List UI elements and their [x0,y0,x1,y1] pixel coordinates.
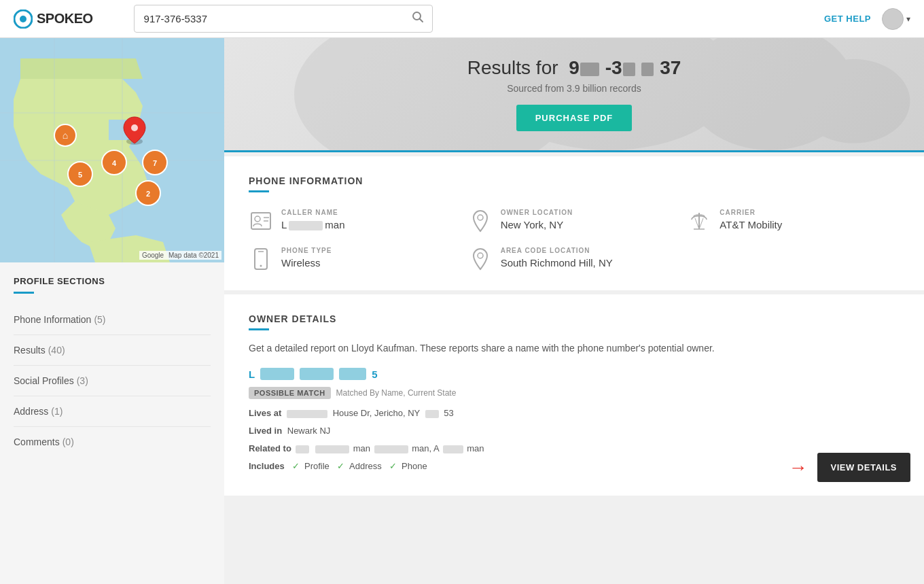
svg-line-3 [419,19,423,22]
sidebar-item-results[interactable]: Results (40) [14,335,211,366]
sidebar: 5 4 7 2 ⌂ Google Map data ©2021 [0,38,224,584]
sidebar-item-comments-label: Comments [14,436,60,447]
caller-name-suffix: man [325,219,344,230]
phone-info-underline [249,190,269,192]
owner-location-label: OWNER LOCATION [501,209,573,216]
match-source: Matched By Name, Current State [336,388,457,398]
related-suffix-3: man [467,443,484,453]
phone-blurred-3 [641,63,654,76]
area-code-value: South Richmond Hill, NY [501,257,613,269]
phone-type-item: PHONE TYPE Wireless [249,247,461,271]
sidebar-item-comments[interactable]: Comments (0) [14,427,211,457]
sidebar-item-address-label: Address [14,406,48,417]
mobile-icon [253,247,268,271]
get-help-link[interactable]: GET HELP [824,14,871,24]
svg-point-29 [478,215,483,220]
svg-text:5: 5 [78,171,82,179]
owner-location-item: OWNER LOCATION New York, NY [468,209,681,233]
map-data-label: Map data ©2021 [168,252,219,259]
profile-sections-title: PROFILE SECTIONS [14,276,211,286]
svg-point-37 [478,253,483,258]
owner-details-title: OWNER DETAILS [249,313,900,324]
sidebar-item-phone-label: Phone Information [14,314,91,325]
purchase-pdf-button[interactable]: PURCHASE PDF [516,105,633,131]
user-menu[interactable]: ▾ [882,8,910,30]
arrow-indicator: → [789,457,808,479]
phone-info-title: PHONE INFORMATION [249,175,900,186]
owner-name-initial: L [249,368,255,380]
related-label: Related to [249,443,291,453]
profile-sections: PROFILE SECTIONS Phone Information (5) R… [0,262,224,470]
header: spokeo GET HELP ▾ [0,0,924,38]
area-code-icon [468,247,493,271]
svg-point-26 [255,216,260,222]
svg-point-35 [260,265,262,267]
svg-text:7: 7 [153,159,157,167]
caller-name-item: CALLER NAME Lman [249,209,461,233]
related-blurred-4 [443,445,463,453]
google-label: Google [142,252,164,259]
phone-digit-last: 37 [660,57,681,78]
lives-at-street: House Dr, Jericho, NY [333,408,420,418]
sidebar-item-address[interactable]: Address (1) [14,396,211,427]
badge-row: POSSIBLE MATCH Matched By Name, Current … [249,387,900,399]
search-input[interactable] [135,7,404,30]
includes-check-profile: ✓ [292,461,300,471]
phone-dash-1: -3 [605,57,622,78]
sidebar-item-results-label: Results [14,345,46,356]
map-svg: 5 4 7 2 ⌂ [0,38,224,262]
logo[interactable]: spokeo [14,10,93,29]
owner-name-blurred-1 [260,368,294,380]
owner-details-section: OWNER DETAILS Get a detailed report on L… [224,294,924,496]
sidebar-item-phone-count: (5) [94,314,105,325]
sidebar-item-phone-information[interactable]: Phone Information (5) [14,305,211,335]
phone-type-value: Wireless [281,257,332,269]
caller-name-prefix: L [281,219,287,230]
carrier-label: CARRIER [719,209,782,216]
carrier-icon [687,209,711,233]
lives-at-row: Lives at House Dr, Jericho, NY 53 [249,406,900,421]
possible-match-badge: POSSIBLE MATCH [249,387,331,399]
phone-digit-1: 9 [569,57,580,78]
phone-type-label: PHONE TYPE [281,247,332,254]
owner-name-blurred-3 [339,368,366,380]
search-button[interactable] [404,5,432,32]
includes-label: Includes [249,461,285,471]
carrier-content: CARRIER AT&T Mobility [719,209,782,230]
map-credit: Google Map data ©2021 [139,251,221,260]
phone-type-content: PHONE TYPE Wireless [281,247,332,269]
owner-description: Get a detailed report on Lloyd Kaufman. … [249,341,900,356]
view-details-container: → VIEW DETAILS [789,453,910,482]
world-watermark [224,38,924,150]
area-map-pin-icon [471,247,490,271]
layout: 5 4 7 2 ⌂ Google Map data ©2021 [0,38,924,584]
sidebar-item-address-count: (1) [51,406,63,417]
profile-sections-underline [14,292,34,294]
related-suffix-1: man [353,443,370,453]
includes-check-phone: ✓ [389,461,397,471]
owner-location-content: OWNER LOCATION New York, NY [501,209,573,230]
lives-at-blurred [287,410,327,418]
phone-info-grid: CALLER NAME Lman OWN [249,209,900,271]
lives-at-label: Lives at [249,408,281,418]
caller-name-content: CALLER NAME Lman [281,209,345,230]
caller-name-label: CALLER NAME [281,209,345,216]
area-code-item: AREA CODE LOCATION South Richmond Hill, … [468,247,681,271]
sidebar-item-social-profiles[interactable]: Social Profiles (3) [14,366,211,396]
includes-profile: Profile [304,461,330,471]
sidebar-item-social-count: (3) [77,375,88,386]
results-prefix: Results for [467,57,558,78]
view-details-button[interactable]: VIEW DETAILS [817,453,910,482]
phone-information-section: PHONE INFORMATION CA [224,156,924,290]
chevron-down-icon: ▾ [906,14,910,24]
carrier-value: AT&T Mobility [719,219,782,230]
phone-type-icon [249,247,273,271]
lives-at-blurred2 [425,410,439,418]
owner-name-blurred-2 [300,368,334,380]
location-icon [468,209,493,233]
caller-icon [249,209,273,233]
map-container: 5 4 7 2 ⌂ Google Map data ©2021 [0,38,224,262]
owner-location-value: New York, NY [501,219,573,230]
svg-text:2: 2 [146,190,150,198]
logo-icon [14,10,33,29]
